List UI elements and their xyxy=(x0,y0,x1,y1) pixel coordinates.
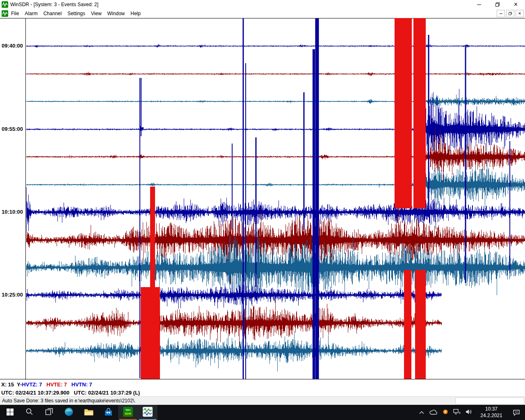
title-bar: WinSDR - [System: 3 - Events Saved: 2] × xyxy=(0,0,525,9)
start-icon xyxy=(6,408,14,418)
onedrive-button[interactable] xyxy=(427,405,439,420)
winsdr-taskbar-button[interactable]: WinSDR xyxy=(118,405,138,420)
menu-items: FileAlarmChannelSettingsViewWindowHelp xyxy=(8,9,144,18)
winsdr-app-icon xyxy=(2,1,8,8)
status-bar-right-pane xyxy=(455,397,524,404)
onedrive-icon xyxy=(429,409,438,417)
winsdr-window: WinSDR - [System: 3 - Events Saved: 2] ×… xyxy=(0,0,525,420)
file-explorer-icon xyxy=(84,408,94,418)
store-taskbar-button[interactable] xyxy=(98,405,118,420)
menu-alarm[interactable]: Alarm xyxy=(22,9,40,18)
task-view-icon xyxy=(45,408,53,418)
close-icon: × xyxy=(514,1,518,8)
tray-orange-icon xyxy=(443,409,448,416)
winquake-taskbar-button[interactable] xyxy=(138,405,158,420)
mdi-minimize-button[interactable] xyxy=(497,10,505,17)
svg-text:SDR: SDR xyxy=(125,412,131,415)
action-center-button[interactable] xyxy=(508,405,525,420)
mdi-minimize-icon xyxy=(500,14,502,14)
restore-button[interactable] xyxy=(488,0,507,9)
volume-icon xyxy=(465,409,473,417)
svg-text:Win: Win xyxy=(126,409,130,411)
time-label: 10:10:00 xyxy=(2,209,23,215)
tray-chevron-icon xyxy=(419,409,425,416)
menu-help[interactable]: Help xyxy=(128,9,144,18)
cursor-status-line: X: 15 Y-HVTZ: 7 HVTE: 7 HVTN: 7 xyxy=(0,380,525,389)
file-explorer-taskbar-button[interactable] xyxy=(79,405,98,420)
autosave-status: Auto Save Done: 3 files saved in e:\eart… xyxy=(0,398,455,404)
edge-taskbar-button[interactable] xyxy=(59,405,79,420)
menu-file[interactable]: File xyxy=(8,9,22,18)
caption-buttons: × xyxy=(470,0,525,9)
status-bar: Auto Save Done: 3 files saved in e:\eart… xyxy=(0,396,525,405)
tray-icons xyxy=(415,405,475,420)
time-label: 09:55:00 xyxy=(2,126,23,132)
minimize-icon xyxy=(477,5,481,5)
start-taskbar-button[interactable] xyxy=(0,405,20,420)
helicorder-plot: 09:40:0009:55:0010:10:0010:25:00 xyxy=(0,18,525,380)
close-button[interactable]: × xyxy=(507,0,525,9)
cursor-status-segment-3: HVTE: 7 xyxy=(46,381,67,388)
search-icon xyxy=(25,408,34,418)
task-view-taskbar-button[interactable] xyxy=(39,405,59,420)
window-title: WinSDR - [System: 3 - Events Saved: 2] xyxy=(10,2,98,7)
cursor-status-segment-2 xyxy=(42,381,46,388)
helicorder-canvas[interactable] xyxy=(0,18,525,380)
taskbar: WinSDR 10:37 24.2.2021 xyxy=(0,405,525,420)
menu-view[interactable]: View xyxy=(88,9,105,18)
utc-status-line: UTC: 02/24/21 10:37:29.900 UTC: 02/24/21… xyxy=(0,389,525,396)
mdi-restore-button[interactable] xyxy=(506,10,514,17)
mdi-restore-icon xyxy=(509,12,512,15)
edge-icon xyxy=(64,407,74,418)
winsdr-icon: WinSDR xyxy=(123,407,133,418)
system-tray: 10:37 24.2.2021 xyxy=(415,405,525,420)
volume-button[interactable] xyxy=(463,405,475,420)
cursor-status-segment-5: HVTN: 7 xyxy=(71,381,92,388)
store-icon xyxy=(104,408,113,418)
mdi-buttons: × xyxy=(497,10,524,17)
winquake-icon xyxy=(143,407,153,418)
clock-time: 10:37 xyxy=(477,406,506,413)
network-button[interactable] xyxy=(451,405,463,420)
child-window-icon xyxy=(2,10,8,17)
tray-orange-button[interactable] xyxy=(439,405,451,420)
search-taskbar-button[interactable] xyxy=(20,405,39,420)
taskbar-apps: WinSDR xyxy=(0,405,158,420)
time-label: 09:40:00 xyxy=(2,43,23,49)
restore-icon xyxy=(495,2,500,7)
menu-settings[interactable]: Settings xyxy=(64,9,88,18)
network-icon xyxy=(453,409,461,417)
menu-bar: FileAlarmChannelSettingsViewWindowHelp × xyxy=(0,9,525,18)
tray-chevron-button[interactable] xyxy=(415,405,427,420)
cursor-status-segment-4 xyxy=(67,381,71,388)
mdi-close-icon: × xyxy=(518,11,521,16)
cursor-status-segment-0: X: 15 Y- xyxy=(1,381,22,388)
clock-date: 24.2.2021 xyxy=(477,413,506,419)
mdi-close-button[interactable]: × xyxy=(516,10,524,17)
minimize-button[interactable] xyxy=(470,0,488,9)
taskbar-clock[interactable]: 10:37 24.2.2021 xyxy=(475,406,508,419)
menu-window[interactable]: Window xyxy=(105,9,128,18)
cursor-status-segment-1: HVTZ: 7 xyxy=(22,381,42,388)
time-label: 10:25:00 xyxy=(2,292,23,298)
menu-channel[interactable]: Channel xyxy=(41,9,65,18)
